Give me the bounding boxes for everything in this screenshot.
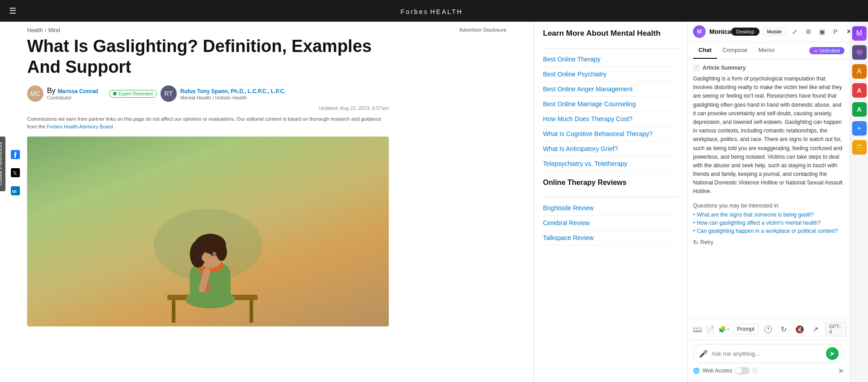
breadcrumb-health[interactable]: Health [27,27,43,33]
svg-point-13 [212,252,216,256]
puzzle-button[interactable]: 🧩 ▾ [718,325,729,333]
prompt-button[interactable]: Prompt [733,324,759,335]
author-avatar: MC [27,85,43,102]
main-layout: Cookie Preferences Health › Mind Adverti… [0,22,868,382]
share-icon[interactable]: ↗ [809,323,821,335]
sidebar-link-cbt[interactable]: What Is Cognitive Behavioral Therapy? [543,127,678,141]
monica-header: M Monica Desktop Mobile ⤢ ⚙ ▣ P × [688,22,850,42]
sidebar-link-cerebral[interactable]: Cerebral Review [543,216,678,231]
author-name-link[interactable]: Marissa Conrad [57,88,98,94]
sidebar-link-therapy-cost[interactable]: How Much Does Therapy Cost? [543,112,678,127]
desktop-button[interactable]: Desktop [731,28,759,36]
monica-header-actions: Desktop Mobile ⤢ ⚙ ▣ P × [731,26,854,37]
chat-input[interactable] [712,350,822,357]
woman-illustration [131,155,285,326]
question-2[interactable]: • How can gaslighting affect a victim's … [693,220,844,226]
author-details: By Marissa Conrad Contributor [47,87,98,100]
web-access-label: Web Access [703,368,732,374]
web-access-row: 🌐 Web Access ⓘ ➤ [693,363,844,378]
web-access-info-icon[interactable]: ⓘ [752,367,758,375]
article-image [27,137,389,326]
input-row: 🎤 ➤ [693,344,844,363]
sidebar-divider-1 [543,48,678,48]
sidebar-link-best-online-marriage[interactable]: Best Online Marriage Counseling [543,97,678,112]
web-icon: 🌐 [693,368,700,374]
pdf-icon-button[interactable]: 📄 [706,323,715,335]
strip-icon-a2[interactable]: A [852,102,867,117]
svg-point-15 [202,253,212,262]
breadcrumb-separator: › [45,27,47,33]
strip-icon-1[interactable]: 👾 [852,45,867,60]
breadcrumb-mind[interactable]: Mind [48,27,60,33]
profile-icon[interactable]: P [830,26,841,37]
author-info: MC By Marissa Conrad Contributor [27,85,98,102]
sidebar-link-best-online-therapy[interactable]: Best Online Therapy [543,52,678,67]
send-arrow-button[interactable]: ➤ [838,366,844,376]
strip-icon-a1[interactable]: A [852,83,867,98]
svg-text:𝕏: 𝕏 [13,170,17,176]
clock-icon[interactable]: 🕐 [762,323,774,335]
sidebar-link-talkspace[interactable]: Talkspace Review [543,231,678,245]
expand-icon[interactable]: ⤢ [789,26,800,37]
web-access-toggle[interactable] [735,367,750,374]
puzzle-chevron-icon: ▾ [727,327,729,332]
book-icon-button[interactable]: 📖 [693,323,702,335]
badge-dot [113,92,117,95]
facebook-share-button[interactable] [9,148,22,161]
expert-info: Expert Reviewed RT Rufus Tony Spann, Ph.… [109,85,285,102]
sidebar-section-title-2: Online Therapy Reviews [543,179,678,190]
monica-content: 📄 Article Summary Gaslighting is a form … [688,59,850,318]
tab-chat[interactable]: Chat [693,42,717,59]
expert-name-link[interactable]: Rufus Tony Spann, Ph.D., L.C.P.C., L.P.C… [180,88,286,94]
gpt4-badge: GPT-4 [825,322,847,336]
prompt-label: Prompt [737,326,755,332]
twitter-share-button[interactable]: 𝕏 [9,166,22,179]
unlimited-badge: ∞ Unlimited [809,47,844,54]
sidebar-link-best-online-anger[interactable]: Best Online Anger Management [543,82,678,97]
retry-button[interactable]: ↻ Retry [693,239,844,246]
question-1[interactable]: • What are the signs that someone is bei… [693,212,844,218]
sidebar-link-best-online-psychiatry[interactable]: Best Online Psychiatry [543,67,678,82]
article-content: What Is Gaslighting? Definition, Example… [0,36,533,326]
doc-icon: 📄 [693,65,700,71]
sidebar-link-anticipatory-grief[interactable]: What Is Anticipatory Grief? [543,141,678,156]
question-3[interactable]: • Can gaslighting happen in a workplace … [693,228,844,234]
settings-icon[interactable]: ⚙ [803,26,814,37]
site-logo: ForbesHEALTH [399,5,463,17]
mic-icon[interactable]: 🎤 [699,349,708,358]
unlimited-label: Unlimited [819,48,840,53]
questions-header: Questions you may be interested in: [693,203,844,209]
monica-avatar: M [693,25,706,38]
refresh-icon[interactable]: ↻ [778,323,790,335]
cookie-preferences-button[interactable]: Cookie Preferences [0,137,5,191]
strip-icon-face[interactable]: 😊 [852,140,867,155]
monica-input-area: 🎤 ➤ 🌐 Web Access ⓘ ➤ [688,340,850,382]
social-sidebar: 𝕏 in [9,148,22,197]
svg-rect-2 [172,300,175,323]
sidebar-link-telepsychiatry[interactable]: Telepsychiatry vs. Teletherapy [543,156,678,171]
strip-icon-2[interactable]: A [852,64,867,79]
puzzle-icon: 🧩 [718,325,726,333]
top-navigation: ☰ ForbesHEALTH [0,0,868,22]
advertiser-disclosure[interactable]: Advertiser Disclosure [459,27,506,33]
tab-compose[interactable]: Compose [717,42,753,59]
author-row: MC By Marissa Conrad Contributor Expert … [27,85,506,102]
logo-text: ForbesHEALTH [399,5,463,16]
monica-toolbar: 📖 📄 🧩 ▾ Prompt 🕐 ↻ 🔇 ↗ GPT-4 [688,318,850,340]
unlimited-icon: ∞ [814,48,817,53]
monica-panel: M Monica Desktop Mobile ⤢ ⚙ ▣ P × Chat C… [687,22,850,382]
sidebar-link-brightside[interactable]: Brightside Review [543,201,678,216]
mute-icon[interactable]: 🔇 [793,323,806,335]
monica-tabs: Chat Compose Memo ∞ Unlimited [688,42,850,59]
send-button[interactable]: ➤ [826,347,839,360]
strip-icon-monica[interactable]: M [852,26,867,41]
strip-icon-plus[interactable]: + [852,121,867,136]
advisory-board-link[interactable]: Forbes Health Advisory Board [47,124,113,129]
linkedin-share-button[interactable]: in [9,184,22,197]
bullet-2: • [693,220,695,226]
article-summary-header: 📄 Article Summary [693,65,844,71]
tab-memo[interactable]: Memo [753,42,780,59]
hamburger-menu[interactable]: ☰ [9,6,16,16]
layout-icon[interactable]: ▣ [816,26,827,37]
mobile-button[interactable]: Mobile [762,28,787,36]
